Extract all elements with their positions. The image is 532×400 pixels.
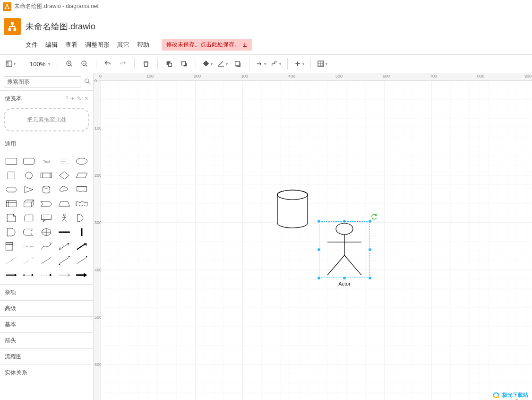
zoom-in-button[interactable]	[63, 57, 76, 70]
shape-note[interactable]	[4, 212, 18, 224]
category-flowchart[interactable]: 流程图	[0, 348, 93, 365]
zoom-selector[interactable]: 100%▾	[27, 61, 53, 68]
category-advanced[interactable]: 高级	[0, 300, 93, 316]
resize-handle-se[interactable]	[368, 276, 372, 280]
line-color-button[interactable]: ▾	[216, 57, 229, 70]
shape-ellipse[interactable]	[75, 156, 89, 167]
menu-edit[interactable]: 编辑	[45, 41, 58, 49]
fill-color-button[interactable]: ▾	[201, 57, 214, 70]
shape-dotted-line[interactable]	[21, 255, 36, 266]
shape-data-storage[interactable]	[21, 226, 36, 238]
help-icon[interactable]: ?	[65, 96, 68, 102]
scratchpad-drop-zone[interactable]: 把元素拖至此处	[4, 108, 89, 131]
shape-trapezoid[interactable]	[57, 198, 71, 209]
canvas[interactable]: Actor	[101, 81, 532, 400]
shadow-button[interactable]	[231, 57, 244, 70]
category-misc[interactable]: 杂项	[0, 284, 93, 300]
shape-thick-line-v[interactable]	[75, 226, 89, 238]
shape-list-item[interactable]: List Item	[21, 241, 36, 252]
shape-thick-line[interactable]	[57, 226, 71, 238]
actor-label[interactable]: Actor	[338, 281, 351, 287]
shape-rounded-rect[interactable]	[21, 156, 36, 167]
close-icon[interactable]: ✕	[84, 96, 88, 102]
shape-text[interactable]: Text	[39, 156, 54, 167]
shape-hexagon[interactable]	[4, 184, 18, 195]
category-basic[interactable]: 基本	[0, 316, 93, 332]
search-input[interactable]	[4, 76, 81, 87]
rotate-handle[interactable]	[371, 214, 378, 220]
resize-handle-e[interactable]	[368, 248, 372, 252]
shape-bidir-arrow[interactable]	[57, 241, 71, 252]
shape-callout[interactable]	[39, 212, 54, 224]
table-button[interactable]: ▾	[316, 57, 329, 70]
shape-process[interactable]	[39, 170, 54, 181]
unsaved-warning[interactable]: 修改未保存。点击此处保存。	[162, 39, 252, 51]
undo-button[interactable]	[101, 57, 114, 70]
insert-button[interactable]: ▾	[292, 57, 306, 70]
shape-cylinder[interactable]	[39, 184, 54, 195]
shape-triangle[interactable]	[21, 184, 36, 195]
category-entity[interactable]: 实体关系	[0, 365, 93, 381]
shape-collate[interactable]	[39, 226, 54, 238]
shape-connector-1[interactable]	[4, 269, 18, 280]
shape-circle[interactable]	[21, 170, 36, 181]
shape-cube[interactable]	[21, 198, 36, 209]
view-layout-button[interactable]: ▾	[4, 57, 17, 70]
connection-button[interactable]: ▾	[254, 57, 267, 70]
shape-cloud[interactable]	[57, 184, 71, 195]
to-front-button[interactable]	[163, 57, 176, 70]
shape-curve[interactable]	[39, 241, 54, 252]
menu-arrange[interactable]: 调整图形	[85, 41, 110, 49]
actor-shape-selected[interactable]: Actor	[319, 221, 370, 278]
general-header[interactable]: 通用	[0, 136, 93, 152]
category-arrows[interactable]: 箭头	[0, 332, 93, 348]
resize-handle-s[interactable]	[343, 276, 346, 280]
document-title[interactable]: 未命名绘图.drawio	[26, 21, 95, 32]
shape-internal-storage[interactable]	[4, 198, 18, 209]
shape-textbox[interactable]: ————————	[57, 156, 71, 167]
shape-rectangle[interactable]	[4, 156, 18, 167]
shape-arrow[interactable]	[75, 241, 89, 252]
scratchpad-header[interactable]: 便笺本 ? + ✎ ✕	[0, 91, 93, 106]
cylinder-shape[interactable]	[276, 189, 309, 229]
plus-icon[interactable]: +	[71, 96, 74, 102]
search-icon[interactable]	[84, 78, 91, 86]
shape-connector-4[interactable]	[57, 269, 71, 280]
shape-tape[interactable]	[75, 198, 89, 209]
dropdown-arrow-icon: ▾	[48, 62, 50, 66]
shape-dashed-line[interactable]	[4, 255, 18, 266]
shape-actor[interactable]	[57, 212, 71, 224]
shape-connector-3[interactable]	[39, 269, 54, 280]
shape-bidir-thin[interactable]	[57, 255, 71, 266]
to-back-button[interactable]	[178, 57, 191, 70]
shape-palette: Text ————————	[0, 152, 93, 284]
resize-handle-n[interactable]	[343, 219, 346, 223]
resize-handle-sw[interactable]	[317, 276, 321, 280]
shape-and[interactable]	[4, 226, 18, 238]
menu-help[interactable]: 帮助	[137, 41, 149, 49]
shape-connector-2[interactable]	[21, 269, 36, 280]
shape-dir-thin[interactable]	[75, 255, 89, 266]
svg-rect-10	[169, 63, 172, 67]
shape-parallelogram[interactable]	[75, 170, 89, 181]
menu-view[interactable]: 查看	[65, 41, 77, 49]
redo-button[interactable]	[116, 57, 129, 70]
resize-handle-w[interactable]	[317, 248, 321, 252]
dropdown-arrow-icon: ▾	[211, 62, 213, 66]
shape-or[interactable]	[75, 212, 89, 224]
shape-document[interactable]	[75, 184, 89, 195]
shape-line[interactable]	[39, 255, 54, 266]
menu-file[interactable]: 文件	[26, 41, 38, 49]
shape-connector-5[interactable]	[75, 269, 89, 280]
shape-step[interactable]	[39, 198, 54, 209]
shape-card[interactable]	[21, 212, 36, 224]
menu-extras[interactable]: 其它	[117, 41, 129, 49]
delete-button[interactable]	[139, 57, 153, 70]
zoom-out-button[interactable]	[78, 57, 91, 70]
shape-diamond[interactable]	[57, 170, 71, 181]
shape-square[interactable]	[4, 170, 18, 181]
resize-handle-nw[interactable]	[317, 219, 321, 223]
edit-icon[interactable]: ✎	[77, 96, 81, 102]
shape-list[interactable]	[4, 241, 18, 252]
waypoint-button[interactable]: ▾	[269, 57, 283, 70]
